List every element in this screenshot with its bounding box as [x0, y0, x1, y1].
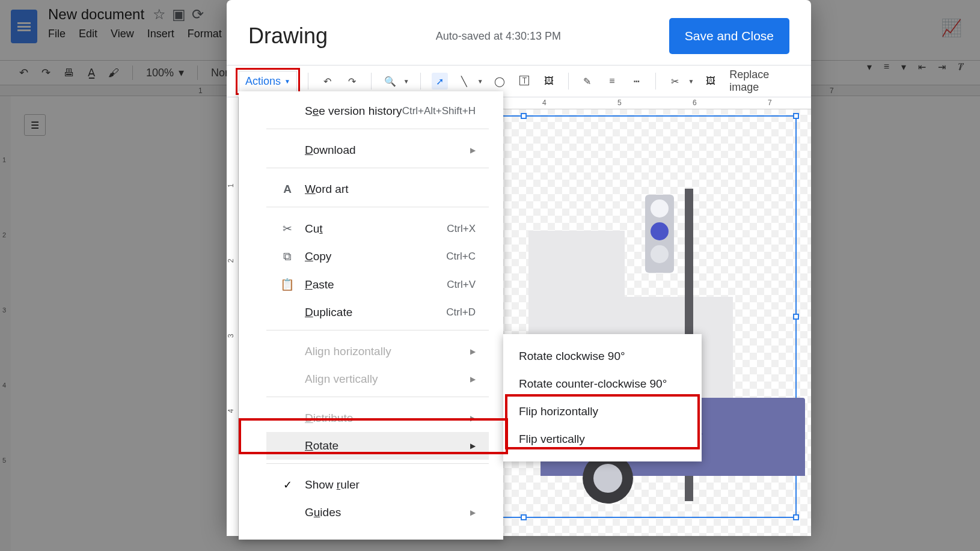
wordart-icon: A — [280, 183, 295, 196]
menu-item-duplicate[interactable]: Duplicate Ctrl+D — [266, 299, 489, 326]
copy-icon: ⧉ — [280, 250, 295, 263]
crop-icon[interactable]: ✂ — [667, 73, 683, 90]
drawing-modal: Drawing Auto-saved at 4:30:13 PM Save an… — [227, 0, 811, 531]
resize-handle[interactable] — [521, 514, 527, 520]
ruler-tick: 4 — [227, 409, 235, 413]
resize-handle[interactable] — [521, 113, 527, 119]
resize-handle[interactable] — [793, 314, 799, 320]
line-tool-icon[interactable]: ╲ — [456, 73, 473, 90]
menu-item-wordart[interactable]: A Word art — [266, 175, 489, 203]
border-color-icon[interactable]: ✎ — [580, 73, 596, 90]
menu-item-guides[interactable]: Guides ▶ — [266, 499, 489, 526]
ruler-tick: 6 — [693, 99, 697, 107]
chevron-down-icon[interactable]: ▼ — [477, 78, 483, 85]
ruler-tick: 1 — [227, 184, 235, 188]
submenu-flip-vertical[interactable]: Flip vertically — [503, 425, 702, 453]
replace-image-label[interactable]: Replace image — [729, 68, 799, 94]
resize-handle[interactable] — [793, 113, 799, 119]
textbox-tool-icon[interactable]: 🅃 — [516, 73, 533, 90]
menu-item-show-ruler[interactable]: Show ruler — [266, 471, 489, 499]
ruler-tick: 4 — [542, 99, 547, 107]
redo-icon[interactable]: ↷ — [344, 73, 360, 90]
submenu-rotate-cw[interactable]: Rotate clockwise 90° — [503, 342, 702, 370]
ruler-tick: 7 — [768, 99, 772, 107]
menu-item-align-vertical: Align vertically▶ — [266, 365, 489, 393]
undo-icon[interactable]: ↶ — [319, 73, 335, 90]
menu-item-paste[interactable]: 📋 Paste Ctrl+V — [266, 270, 489, 299]
shape-tool-icon[interactable]: ◯ — [492, 73, 508, 90]
submenu-flip-horizontal[interactable]: Flip horizontally — [503, 398, 702, 425]
menu-item-distribute: Distribute ▶ — [266, 404, 489, 432]
ruler-tick: 2 — [227, 259, 235, 263]
actions-menu: See version history Ctrl+Alt+Shift+H Dow… — [239, 91, 503, 540]
replace-image-icon[interactable]: 🖼 — [702, 73, 718, 90]
paste-icon: 📋 — [280, 278, 295, 291]
chevron-down-icon[interactable]: ▼ — [688, 78, 694, 85]
menu-item-download[interactable]: Download ▶ — [266, 136, 489, 164]
canvas-vertical-ruler: 1 2 3 4 — [227, 97, 239, 536]
save-and-close-button[interactable]: Save and Close — [669, 18, 789, 54]
check-icon — [280, 478, 295, 492]
ruler-tick: 5 — [617, 99, 622, 107]
menu-item-version-history[interactable]: See version history Ctrl+Alt+Shift+H — [266, 97, 489, 125]
chevron-down-icon[interactable]: ▼ — [403, 78, 409, 85]
zoom-icon[interactable]: 🔍 — [382, 73, 399, 90]
actions-button[interactable]: Actions▼ — [239, 71, 297, 92]
rotate-submenu: Rotate clockwise 90° Rotate counter-cloc… — [503, 334, 702, 461]
select-tool-icon[interactable]: ➚ — [432, 73, 448, 90]
ruler-tick: 3 — [227, 334, 235, 338]
modal-title: Drawing — [248, 23, 328, 49]
autosave-status: Auto-saved at 4:30:13 PM — [436, 30, 561, 43]
menu-item-cut[interactable]: ✂ Cut Ctrl+X — [266, 215, 489, 243]
cut-icon: ✂ — [280, 222, 295, 236]
resize-handle[interactable] — [793, 514, 799, 520]
menu-item-copy[interactable]: ⧉ Copy Ctrl+C — [266, 243, 489, 270]
border-weight-icon[interactable]: ≡ — [604, 73, 620, 90]
image-tool-icon[interactable]: 🖼 — [541, 73, 557, 90]
menu-item-rotate[interactable]: Rotate ▶ — [266, 432, 489, 460]
border-dash-icon[interactable]: ┅ — [628, 73, 645, 90]
menu-item-align-horizontal: Align horizontally▶ — [266, 338, 489, 365]
submenu-rotate-ccw[interactable]: Rotate counter-clockwise 90° — [503, 370, 702, 398]
